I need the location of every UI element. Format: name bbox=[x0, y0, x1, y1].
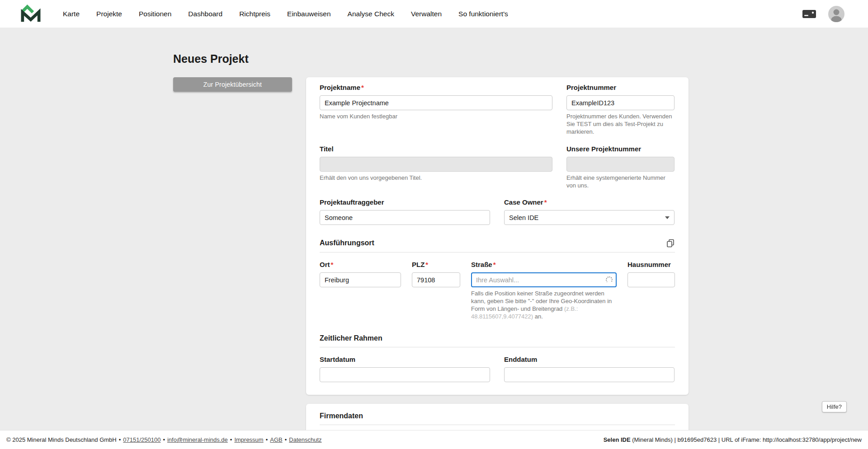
firmendaten-title: Firmendaten bbox=[320, 412, 363, 420]
enddatum-input[interactable] bbox=[504, 367, 675, 382]
nav-item-projekte[interactable]: Projekte bbox=[96, 10, 122, 18]
titel-helper: Erhält den von uns vorgegebenen Titel. bbox=[320, 174, 552, 182]
footer-meta: (Mineral Minds) | b91695ed7623 | URL of … bbox=[631, 436, 862, 443]
plz-label: PLZ bbox=[412, 261, 425, 268]
section-zeitlicher-rahmen: Zeitlicher Rahmen bbox=[320, 334, 675, 347]
footer-datenschutz-link[interactable]: Datenschutz bbox=[289, 436, 321, 443]
nav-item-positionen[interactable]: Positionen bbox=[139, 10, 171, 18]
page-title: Neues Projekt bbox=[173, 52, 689, 65]
footer-separator: • bbox=[266, 436, 268, 443]
case-owner-select[interactable]: Selen IDE bbox=[504, 210, 675, 225]
footer: © 2025 Mineral Minds Deutschland GmbH • … bbox=[0, 430, 868, 449]
hausnummer-input[interactable] bbox=[627, 272, 675, 287]
projektauftraggeber-input[interactable] bbox=[320, 210, 490, 225]
project-overview-button[interactable]: Zur Projektübersicht bbox=[173, 77, 292, 92]
footer-session-info: Selen IDE (Mineral Minds) | b91695ed7623… bbox=[604, 436, 862, 443]
footer-copyright: © 2025 Mineral Minds Deutschland GmbH bbox=[6, 436, 117, 443]
footer-user: Selen IDE bbox=[604, 436, 631, 443]
footer-email-link[interactable]: info@mineral-minds.de bbox=[167, 436, 228, 443]
ausfuehrungsort-title: Ausführungsort bbox=[320, 239, 374, 247]
projektname-input[interactable] bbox=[320, 95, 552, 110]
nav-item-karte[interactable]: Karte bbox=[63, 10, 80, 18]
field-projektauftraggeber: Projektauftraggeber bbox=[320, 198, 490, 225]
projektnummer-helper: Projektnummer des Kunden. Verwenden Sie … bbox=[566, 113, 675, 136]
project-form-card: Projektname* Name vom Kunden festlegbar … bbox=[306, 77, 689, 395]
field-enddatum: Enddatum bbox=[504, 355, 675, 382]
nav-right-actions bbox=[802, 6, 844, 22]
footer-separator: • bbox=[163, 436, 165, 443]
field-projektnummer: Projektnummer Projektnummer des Kunden. … bbox=[566, 84, 675, 136]
nav-item-einbauweisen[interactable]: Einbauweisen bbox=[287, 10, 331, 18]
enddatum-label: Enddatum bbox=[504, 355, 537, 363]
nav-item-analyse-check[interactable]: Analyse Check bbox=[348, 10, 394, 18]
section-ausfuehrungsort: Ausführungsort bbox=[320, 239, 675, 253]
chevron-down-icon bbox=[665, 216, 670, 219]
projektnummer-input[interactable] bbox=[566, 95, 675, 110]
case-owner-value: Selen IDE bbox=[509, 214, 538, 221]
field-ort: Ort* bbox=[320, 261, 401, 321]
ort-input[interactable] bbox=[320, 272, 401, 287]
field-plz: PLZ* bbox=[412, 261, 460, 321]
main-content: Neues Projekt Zur Projektübersicht Proje… bbox=[173, 52, 689, 440]
server-icon[interactable] bbox=[802, 9, 816, 19]
footer-agb-link[interactable]: AGB bbox=[270, 436, 282, 443]
logo-icon bbox=[20, 5, 41, 23]
projektauftraggeber-label: Projektauftraggeber bbox=[320, 198, 384, 206]
required-asterisk: * bbox=[544, 198, 547, 206]
zeitlicher-rahmen-title: Zeitlicher Rahmen bbox=[320, 334, 382, 342]
section-firmendaten: Firmendaten bbox=[320, 412, 675, 425]
strasse-helper-text: Falls die Position keiner Straße zugeord… bbox=[471, 290, 612, 312]
field-unsere-projektnummer: Unsere Projektnummer Erhält eine systemg… bbox=[566, 145, 675, 190]
strasse-label: Straße bbox=[471, 261, 492, 268]
required-asterisk: * bbox=[331, 261, 334, 268]
nav-item-richtpreis[interactable]: Richtpreis bbox=[239, 10, 270, 18]
footer-separator: • bbox=[119, 436, 121, 443]
top-navbar: Karte Projekte Positionen Dashboard Rich… bbox=[0, 0, 868, 28]
projektnummer-label: Projektnummer bbox=[566, 84, 616, 91]
projektname-helper: Name vom Kunden festlegbar bbox=[320, 113, 552, 121]
projektname-label: Projektname bbox=[320, 84, 360, 91]
ort-label: Ort bbox=[320, 261, 330, 268]
hausnummer-label: Hausnummer bbox=[627, 261, 671, 268]
required-asterisk: * bbox=[425, 261, 428, 268]
field-case-owner: Case Owner* Selen IDE bbox=[504, 198, 675, 225]
field-projektname: Projektname* Name vom Kunden festlegbar bbox=[320, 84, 552, 136]
nav-item-verwalten[interactable]: Verwalten bbox=[411, 10, 442, 18]
mineral-minds-logo[interactable] bbox=[20, 5, 41, 23]
footer-left: © 2025 Mineral Minds Deutschland GmbH • … bbox=[6, 436, 322, 443]
unsere-projektnummer-helper: Erhält eine systemgenerierte Nummer von … bbox=[566, 174, 675, 190]
strasse-input[interactable] bbox=[471, 272, 617, 287]
titel-label: Titel bbox=[320, 145, 334, 153]
nav-item-dashboard[interactable]: Dashboard bbox=[188, 10, 222, 18]
required-asterisk: * bbox=[361, 84, 364, 91]
nav-item-so-funktionierts[interactable]: So funktioniert's bbox=[458, 10, 508, 18]
required-asterisk: * bbox=[493, 261, 496, 268]
unsere-projektnummer-input bbox=[566, 157, 675, 172]
strasse-helper-suffix: an. bbox=[533, 313, 543, 320]
strasse-helper: Falls die Position keiner Straße zugeord… bbox=[471, 290, 617, 321]
unsere-projektnummer-label: Unsere Projektnummer bbox=[566, 145, 641, 153]
footer-separator: • bbox=[230, 436, 232, 443]
plz-input[interactable] bbox=[412, 272, 460, 287]
footer-impressum-link[interactable]: Impressum bbox=[234, 436, 263, 443]
field-hausnummer: Hausnummer bbox=[627, 261, 675, 321]
user-avatar-icon[interactable] bbox=[828, 6, 844, 22]
nav-menu: Karte Projekte Positionen Dashboard Rich… bbox=[63, 10, 508, 18]
footer-separator: • bbox=[285, 436, 287, 443]
titel-input bbox=[320, 157, 552, 172]
right-column: Projektname* Name vom Kunden festlegbar … bbox=[306, 77, 689, 440]
startdatum-input[interactable] bbox=[320, 367, 490, 382]
field-titel: Titel Erhält den von uns vorgegebenen Ti… bbox=[320, 145, 552, 190]
left-column: Zur Projektübersicht bbox=[173, 77, 306, 92]
field-startdatum: Startdatum bbox=[320, 355, 490, 382]
startdatum-label: Startdatum bbox=[320, 355, 355, 363]
field-strasse: Straße* Falls die Position keiner Straße… bbox=[471, 261, 617, 321]
copy-icon[interactable] bbox=[666, 239, 675, 248]
help-button[interactable]: Hilfe? bbox=[822, 401, 847, 412]
footer-phone-link[interactable]: 07151/250100 bbox=[123, 436, 160, 443]
avatar-person-glyph bbox=[828, 6, 844, 22]
case-owner-label: Case Owner bbox=[504, 198, 543, 206]
